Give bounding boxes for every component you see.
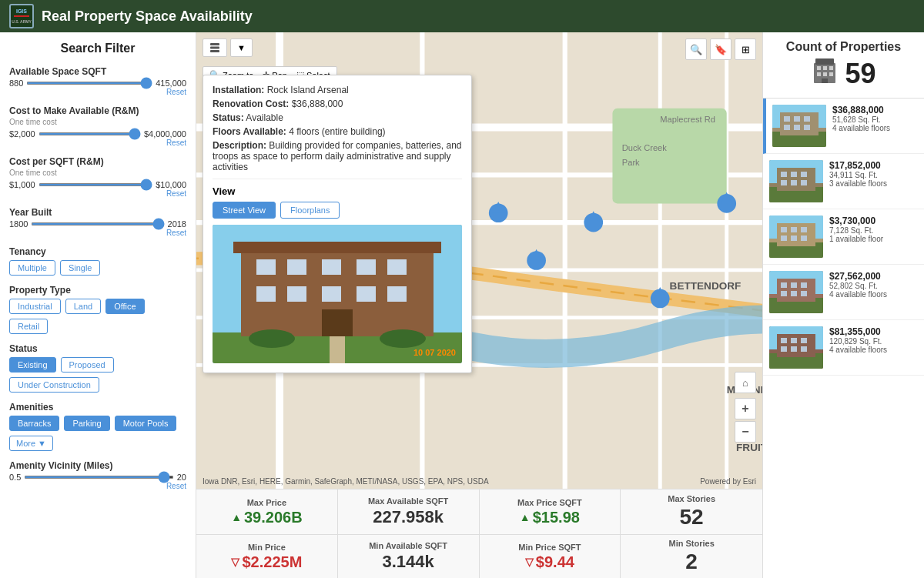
max-sqft-value: 227.958k: [373, 507, 444, 527]
floorplans-btn[interactable]: Floorplans: [280, 202, 340, 219]
property-type-toggle-group: Industrial Land Office Retail: [9, 299, 186, 334]
property-sqft: 120,829 Sq. Ft.: [829, 337, 918, 346]
property-floors: 4 available floors: [832, 124, 918, 132]
list-item[interactable]: $17,852,00034,911 Sq. Ft.3 available flo…: [763, 154, 924, 209]
svg-rect-106: [781, 338, 787, 343]
popup-view-buttons: Street View Floorplans: [213, 202, 462, 219]
status-toggle-group: Existing Proposed Under Construction: [9, 357, 186, 393]
svg-text:BETTENDORF: BETTENDORF: [670, 280, 742, 292]
list-item[interactable]: $81,355,000120,829 Sq. Ft.4 available fl…: [763, 320, 924, 376]
svg-rect-36: [210, 43, 219, 45]
layers-icon: [209, 42, 220, 53]
property-office-btn[interactable]: Office: [105, 299, 145, 314]
cost-sqft-max: $10,000: [156, 180, 186, 189]
map-container: BETTENDORF MOLINE FRUITLAND Duck Creek P…: [196, 32, 762, 489]
min-stories-cell: Min Stories 2: [621, 534, 762, 578]
right-panel-header: Count of Properties 59: [763, 32, 924, 99]
stats-bottom-row: Min Price ▽ $2.225M Min Available SQFT 3…: [196, 534, 762, 578]
stats-bar: Max Price ▲ 39.206B Max Available SQFT 2…: [196, 489, 762, 578]
property-floors: 1 available floor: [829, 235, 918, 243]
svg-rect-100: [781, 291, 787, 296]
svg-rect-82: [781, 180, 787, 185]
property-industrial-btn[interactable]: Industrial: [9, 299, 61, 314]
property-sqft: 7,128 Sq. Ft.: [829, 226, 918, 235]
map-dropdown-btn[interactable]: ▼: [230, 38, 253, 57]
svg-point-55: [249, 329, 295, 348]
svg-rect-53: [387, 286, 407, 302]
right-panel: Count of Properties 59: [762, 32, 924, 578]
svg-rect-50: [287, 286, 306, 302]
svg-rect-109: [781, 346, 787, 352]
min-price-sqft-label: Min Price SQFT: [518, 543, 581, 552]
cost-sqft-min: $1,000: [9, 180, 35, 189]
amenities-toggle-group: Barracks Parking Motor Pools More ▼: [9, 416, 186, 451]
tenancy-multiple-btn[interactable]: Multiple: [9, 260, 55, 276]
map-grid-btn[interactable]: ⊞: [735, 38, 756, 60]
year-built-min: 1800: [9, 219, 28, 229]
svg-rect-47: [357, 259, 376, 275]
street-view-btn[interactable]: Street View: [213, 202, 276, 219]
amenities-label: Amenities: [9, 402, 186, 413]
amenity-barracks-btn[interactable]: Barracks: [9, 416, 59, 431]
property-list: $36,888,00051,628 Sq. Ft.4 available flo…: [763, 99, 924, 578]
svg-rect-59: [815, 58, 834, 65]
app-header: IGIS U.S. ARMY Real Property Space Avail…: [0, 0, 924, 32]
max-price-label: Max Price: [247, 498, 286, 507]
svg-rect-101: [791, 291, 797, 296]
cost-sqft-slider[interactable]: [38, 183, 153, 186]
map-zoom-in-btn[interactable]: +: [735, 398, 756, 419]
svg-rect-44: [256, 259, 276, 275]
svg-rect-75: [804, 125, 810, 130]
cost-rma-slider[interactable]: [38, 132, 141, 135]
list-item[interactable]: $27,562,00052,802 Sq. Ft.4 available flo…: [763, 265, 924, 320]
map-popup: Installation: Rock Island Arsenal Renova…: [203, 75, 472, 373]
svg-rect-46: [322, 259, 341, 275]
status-proposed-btn[interactable]: Proposed: [61, 357, 114, 373]
main-layout: Search Filter Available Space SQFT 880 4…: [0, 32, 924, 578]
svg-rect-97: [781, 282, 787, 288]
svg-rect-84: [801, 180, 807, 185]
max-sqft-cell: Max Available SQFT 227.958k: [338, 489, 480, 535]
sidebar-title: Search Filter: [9, 42, 186, 55]
map-credit: Iowa DNR, Esri, HERE, Garmin, SafeGraph,…: [203, 477, 489, 486]
svg-rect-43: [233, 242, 441, 253]
property-thumbnail: [769, 215, 823, 258]
list-item[interactable]: $3,730,0007,128 Sq. Ft.1 available floor: [763, 209, 924, 265]
tenancy-label: Tenancy: [9, 246, 186, 257]
amenity-more-btn[interactable]: More ▼: [9, 436, 53, 451]
svg-rect-2: [14, 15, 29, 17]
map-home-btn[interactable]: ⌂: [735, 372, 756, 393]
map-zoom-out-btn[interactable]: −: [735, 421, 756, 443]
list-item[interactable]: $36,888,00051,628 Sq. Ft.4 available flo…: [763, 99, 924, 154]
min-sqft-cell: Min Available SQFT 3.144k: [338, 534, 480, 578]
map-layers-btn[interactable]: [203, 38, 227, 57]
svg-rect-54: [322, 309, 353, 336]
property-price: $81,355,000: [829, 326, 918, 337]
property-thumbnail: [769, 326, 823, 369]
map-bookmark-btn[interactable]: 🔖: [710, 38, 732, 60]
popup-timestamp: 10 07 2020: [413, 348, 456, 357]
max-price-arrow-up: ▲: [231, 511, 242, 523]
amenity-motor-pools-btn[interactable]: Motor Pools: [115, 416, 177, 431]
min-sqft-value: 3.144k: [382, 552, 434, 572]
available-space-label: Available Space SQFT: [9, 66, 186, 77]
year-built-slider[interactable]: [31, 222, 164, 226]
amenity-parking-btn[interactable]: Parking: [64, 416, 109, 431]
status-under-construction-btn[interactable]: Under Construction: [9, 377, 99, 393]
property-thumbnail: [769, 160, 823, 202]
count-title: Count of Properties: [771, 40, 916, 54]
svg-rect-90: [801, 227, 807, 232]
svg-rect-62: [829, 66, 833, 70]
max-price-sqft-label: Max Price SQFT: [517, 498, 582, 507]
property-retail-btn[interactable]: Retail: [9, 319, 48, 334]
available-space-slider[interactable]: [26, 82, 152, 85]
min-price-sqft-arrow: ▽: [525, 556, 534, 568]
property-land-btn[interactable]: Land: [65, 299, 101, 314]
status-existing-btn[interactable]: Existing: [9, 357, 56, 373]
svg-rect-98: [791, 282, 797, 288]
amenity-vicinity-slider[interactable]: [24, 476, 173, 479]
svg-rect-93: [801, 236, 807, 241]
tenancy-single-btn[interactable]: Single: [60, 260, 101, 276]
svg-rect-71: [794, 116, 800, 122]
map-search-btn[interactable]: 🔍: [685, 38, 707, 60]
